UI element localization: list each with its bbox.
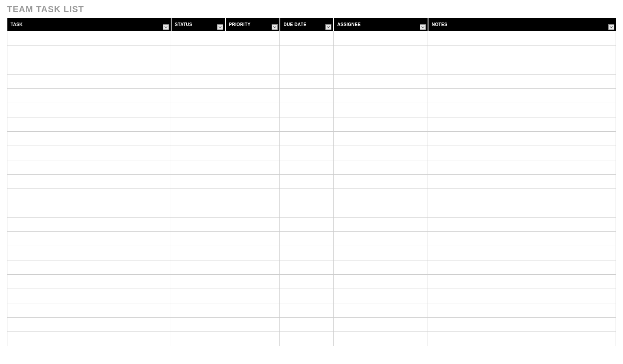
cell-task[interactable] <box>7 260 171 274</box>
cell-assignee[interactable] <box>334 174 428 188</box>
cell-notes[interactable] <box>428 231 616 246</box>
cell-task[interactable] <box>7 303 171 317</box>
cell-assignee[interactable] <box>334 146 428 160</box>
cell-notes[interactable] <box>428 274 616 289</box>
cell-due_date[interactable] <box>280 131 334 146</box>
cell-notes[interactable] <box>428 289 616 303</box>
cell-task[interactable] <box>7 332 171 346</box>
cell-assignee[interactable] <box>334 203 428 217</box>
cell-status[interactable] <box>171 103 225 117</box>
cell-assignee[interactable] <box>334 74 428 88</box>
cell-notes[interactable] <box>428 332 616 346</box>
cell-priority[interactable] <box>225 317 280 332</box>
cell-task[interactable] <box>7 217 171 231</box>
cell-due_date[interactable] <box>280 31 334 46</box>
cell-assignee[interactable] <box>334 60 428 74</box>
cell-status[interactable] <box>171 203 225 217</box>
cell-priority[interactable] <box>225 274 280 289</box>
cell-notes[interactable] <box>428 260 616 274</box>
cell-status[interactable] <box>171 274 225 289</box>
filter-button-notes[interactable] <box>608 24 614 30</box>
cell-due_date[interactable] <box>280 303 334 317</box>
cell-assignee[interactable] <box>334 117 428 131</box>
cell-status[interactable] <box>171 160 225 174</box>
cell-priority[interactable] <box>225 160 280 174</box>
cell-assignee[interactable] <box>334 217 428 231</box>
cell-task[interactable] <box>7 289 171 303</box>
cell-assignee[interactable] <box>334 131 428 146</box>
cell-task[interactable] <box>7 203 171 217</box>
cell-priority[interactable] <box>225 88 280 103</box>
filter-button-status[interactable] <box>217 24 223 30</box>
cell-notes[interactable] <box>428 146 616 160</box>
cell-priority[interactable] <box>225 131 280 146</box>
cell-priority[interactable] <box>225 231 280 246</box>
filter-button-due-date[interactable] <box>325 24 331 30</box>
cell-task[interactable] <box>7 317 171 332</box>
cell-priority[interactable] <box>225 60 280 74</box>
cell-due_date[interactable] <box>280 103 334 117</box>
cell-priority[interactable] <box>225 46 280 60</box>
cell-status[interactable] <box>171 46 225 60</box>
cell-assignee[interactable] <box>334 303 428 317</box>
cell-notes[interactable] <box>428 160 616 174</box>
cell-due_date[interactable] <box>280 246 334 260</box>
cell-due_date[interactable] <box>280 289 334 303</box>
cell-assignee[interactable] <box>334 246 428 260</box>
cell-priority[interactable] <box>225 74 280 88</box>
cell-assignee[interactable] <box>334 160 428 174</box>
cell-due_date[interactable] <box>280 146 334 160</box>
cell-status[interactable] <box>171 131 225 146</box>
cell-status[interactable] <box>171 31 225 46</box>
cell-task[interactable] <box>7 88 171 103</box>
cell-task[interactable] <box>7 160 171 174</box>
cell-task[interactable] <box>7 60 171 74</box>
filter-button-assignee[interactable] <box>420 24 426 30</box>
cell-task[interactable] <box>7 146 171 160</box>
cell-status[interactable] <box>171 332 225 346</box>
cell-assignee[interactable] <box>334 188 428 203</box>
cell-notes[interactable] <box>428 188 616 203</box>
cell-status[interactable] <box>171 246 225 260</box>
cell-task[interactable] <box>7 46 171 60</box>
cell-notes[interactable] <box>428 317 616 332</box>
cell-status[interactable] <box>171 217 225 231</box>
cell-status[interactable] <box>171 88 225 103</box>
cell-status[interactable] <box>171 260 225 274</box>
cell-due_date[interactable] <box>280 332 334 346</box>
cell-notes[interactable] <box>428 174 616 188</box>
cell-priority[interactable] <box>225 332 280 346</box>
cell-notes[interactable] <box>428 246 616 260</box>
cell-assignee[interactable] <box>334 317 428 332</box>
cell-due_date[interactable] <box>280 74 334 88</box>
cell-status[interactable] <box>171 117 225 131</box>
filter-button-task[interactable] <box>163 24 169 30</box>
cell-priority[interactable] <box>225 146 280 160</box>
cell-due_date[interactable] <box>280 160 334 174</box>
cell-priority[interactable] <box>225 103 280 117</box>
cell-notes[interactable] <box>428 46 616 60</box>
filter-button-priority[interactable] <box>272 24 278 30</box>
cell-status[interactable] <box>171 231 225 246</box>
cell-priority[interactable] <box>225 217 280 231</box>
cell-status[interactable] <box>171 289 225 303</box>
cell-assignee[interactable] <box>334 31 428 46</box>
cell-priority[interactable] <box>225 117 280 131</box>
cell-assignee[interactable] <box>334 88 428 103</box>
cell-assignee[interactable] <box>334 332 428 346</box>
cell-status[interactable] <box>171 146 225 160</box>
cell-priority[interactable] <box>225 246 280 260</box>
cell-due_date[interactable] <box>280 60 334 74</box>
cell-notes[interactable] <box>428 303 616 317</box>
cell-task[interactable] <box>7 246 171 260</box>
cell-task[interactable] <box>7 117 171 131</box>
cell-notes[interactable] <box>428 88 616 103</box>
cell-task[interactable] <box>7 174 171 188</box>
cell-priority[interactable] <box>225 31 280 46</box>
cell-priority[interactable] <box>225 289 280 303</box>
cell-task[interactable] <box>7 103 171 117</box>
cell-priority[interactable] <box>225 188 280 203</box>
cell-status[interactable] <box>171 74 225 88</box>
cell-priority[interactable] <box>225 260 280 274</box>
cell-notes[interactable] <box>428 131 616 146</box>
